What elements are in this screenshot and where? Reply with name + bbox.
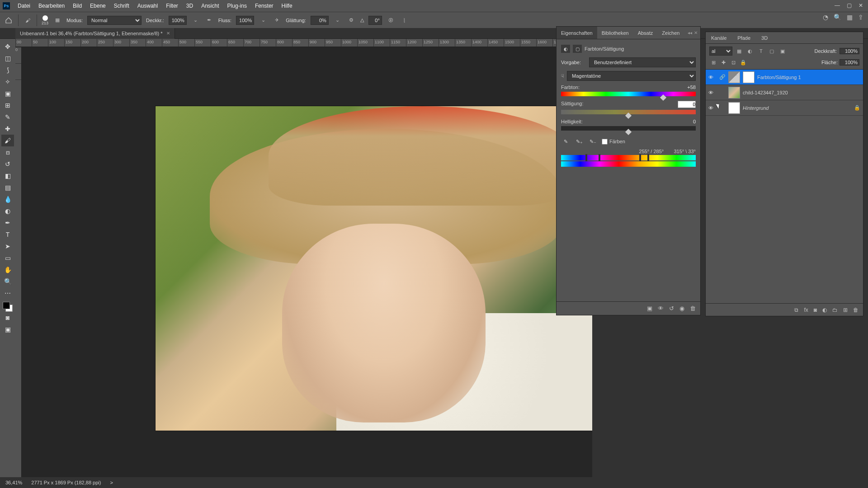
layer-thumb[interactable] [728, 102, 740, 114]
new-adjustment-icon[interactable]: ◐ [822, 307, 827, 313]
canvas[interactable] [22, 47, 592, 477]
ruler-horizontal[interactable]: 0050100150200250300350400450500550600650… [15, 39, 592, 47]
search-icon[interactable]: 🔍 [834, 14, 841, 21]
brush-preset-picker[interactable]: 213 [42, 15, 48, 25]
ruler-vertical[interactable]: 0 [15, 47, 22, 477]
document-tab[interactable]: Unbenannt-1 bei 36,4% (Farbton/Sättigung… [15, 28, 175, 39]
window-minimize-icon[interactable]: — [834, 2, 841, 9]
move-tool[interactable]: ✥ [1, 41, 14, 52]
view-previous-icon[interactable]: 👁 [658, 305, 664, 312]
close-panel-icon[interactable]: ✕ [694, 30, 698, 35]
share-icon[interactable]: ⇪ [858, 14, 863, 21]
menu-filter[interactable]: Filter [162, 3, 182, 9]
tab-paths[interactable]: Pfade [732, 32, 756, 43]
pressure-opacity-icon[interactable]: ✒ [205, 16, 214, 25]
doc-dimensions[interactable]: 2771 Px x 1869 Px (182,88 ppi) [31, 480, 101, 485]
colorize-checkbox[interactable]: Färben [602, 139, 625, 145]
symmetry-icon[interactable]: ⦚ [400, 16, 409, 25]
clone-stamp-tool[interactable]: ⧈ [1, 146, 14, 158]
airbrush-icon[interactable]: ✈ [272, 16, 281, 25]
hue-slider[interactable] [561, 92, 696, 96]
tab-3d[interactable]: 3D [756, 32, 773, 43]
link-icon[interactable]: 🔗 [719, 74, 726, 80]
layer-name[interactable]: Hintergrund [743, 105, 851, 111]
angle-input[interactable] [368, 16, 382, 25]
layer-name[interactable]: Farbton/Sättigung 1 [757, 75, 860, 80]
opacity-input[interactable] [169, 16, 187, 25]
chevron-down-icon[interactable]: ⌄ [333, 16, 342, 25]
path-select-tool[interactable]: ➤ [1, 240, 14, 252]
close-tab-icon[interactable]: ✕ [166, 31, 170, 36]
menu-window[interactable]: Fenster [251, 3, 278, 9]
clip-to-layer-icon[interactable]: ▣ [647, 305, 652, 312]
toggle-visibility-icon[interactable]: ◉ [679, 305, 684, 312]
gradient-tool[interactable]: ▤ [1, 182, 14, 193]
zoom-tool[interactable]: 🔍 [1, 276, 14, 287]
magic-wand-tool[interactable]: ✧ [1, 76, 14, 88]
history-brush-tool[interactable]: ↺ [1, 158, 14, 170]
tab-channels[interactable]: Kanäle [706, 32, 732, 43]
brush-tool-icon[interactable]: 🖌 [23, 16, 32, 25]
cloud-docs-icon[interactable]: ◔ [823, 14, 828, 21]
eyedropper-icon[interactable]: ✎ [561, 137, 570, 146]
preset-select[interactable]: Benutzerdefiniert [589, 57, 696, 67]
pressure-size-icon[interactable]: ⦿ [387, 16, 396, 25]
status-chevron-icon[interactable]: > [110, 480, 113, 485]
lock-all-icon[interactable]: 🔒 [739, 58, 747, 66]
link-layers-icon[interactable]: ⧉ [794, 307, 798, 313]
rectangle-tool[interactable]: ▭ [1, 252, 14, 264]
filter-adjust-icon[interactable]: ◐ [746, 47, 754, 55]
window-close-icon[interactable]: ✕ [857, 2, 864, 9]
layer-row[interactable]: 👁 child-1423447_1920 [706, 85, 863, 100]
visibility-icon[interactable]: 👁 [708, 90, 717, 95]
lightness-value[interactable]: 0 [678, 119, 696, 124]
type-tool[interactable]: T [1, 229, 14, 240]
lock-pixels-icon[interactable]: ⊞ [709, 58, 717, 66]
menu-help[interactable]: Hilfe [278, 3, 297, 9]
brush-tool[interactable]: 🖌 [1, 135, 14, 146]
color-swatch[interactable] [3, 302, 13, 312]
menu-type[interactable]: Schrift [110, 3, 133, 9]
layer-opacity-value[interactable]: 100% [840, 48, 859, 54]
layer-name[interactable]: child-1423447_1920 [743, 90, 860, 95]
pen-tool[interactable]: ✒ [1, 217, 14, 229]
crop-tool[interactable]: ▣ [1, 88, 14, 99]
quickmask-icon[interactable]: ◙ [1, 312, 14, 324]
filter-smart-icon[interactable]: ▣ [778, 47, 787, 55]
layer-thumb[interactable] [728, 87, 740, 99]
tab-properties[interactable]: Eigenschaften [557, 27, 597, 39]
add-mask-icon[interactable]: ◙ [814, 307, 817, 313]
layer-row[interactable]: 👁 🔗 Farbton/Sättigung 1 [706, 70, 863, 85]
layer-filter-select[interactable]: al [709, 47, 732, 56]
lock-artboard-icon[interactable]: ⊡ [729, 58, 737, 66]
color-range-slider-bottom[interactable] [561, 161, 696, 167]
lock-position-icon[interactable]: ✚ [719, 58, 727, 66]
filter-shape-icon[interactable]: ▢ [768, 47, 776, 55]
tab-libraries[interactable]: Bibliotheken [597, 27, 633, 39]
dodge-tool[interactable]: ◐ [1, 205, 14, 217]
hand-scrubby-icon[interactable]: ☟ [561, 73, 564, 79]
menu-3d[interactable]: 3D [182, 3, 197, 9]
lock-icon[interactable]: 🔒 [854, 105, 860, 111]
new-layer-icon[interactable]: ⊞ [843, 307, 848, 313]
layer-thumb[interactable] [728, 71, 740, 83]
marquee-tool[interactable]: ◫ [1, 52, 14, 64]
filter-image-icon[interactable]: ▦ [735, 47, 743, 55]
layer-mask-thumb[interactable] [743, 71, 755, 83]
layer-fill-value[interactable]: 100% [840, 59, 859, 66]
menu-select[interactable]: Auswahl [133, 3, 162, 9]
edit-toolbar[interactable]: ⋯ [1, 287, 14, 299]
eyedropper-minus-icon[interactable]: ✎₋ [588, 137, 597, 146]
document-image[interactable] [155, 106, 592, 431]
layer-fx-icon[interactable]: fx [804, 307, 808, 313]
menu-image[interactable]: Bild [69, 3, 86, 9]
workspace-icon[interactable]: ▦ [847, 14, 853, 21]
hue-value[interactable]: +58 [678, 84, 696, 90]
flow-input[interactable] [236, 16, 254, 25]
screenmode-icon[interactable]: ▣ [1, 324, 14, 335]
collapse-icon[interactable]: ◂◂ [688, 30, 692, 35]
chevron-down-icon[interactable]: ⌄ [259, 16, 268, 25]
zoom-level[interactable]: 36,41% [5, 480, 22, 485]
lasso-tool[interactable]: ⟆ [1, 64, 14, 76]
eyedropper-plus-icon[interactable]: ✎₊ [575, 137, 584, 146]
